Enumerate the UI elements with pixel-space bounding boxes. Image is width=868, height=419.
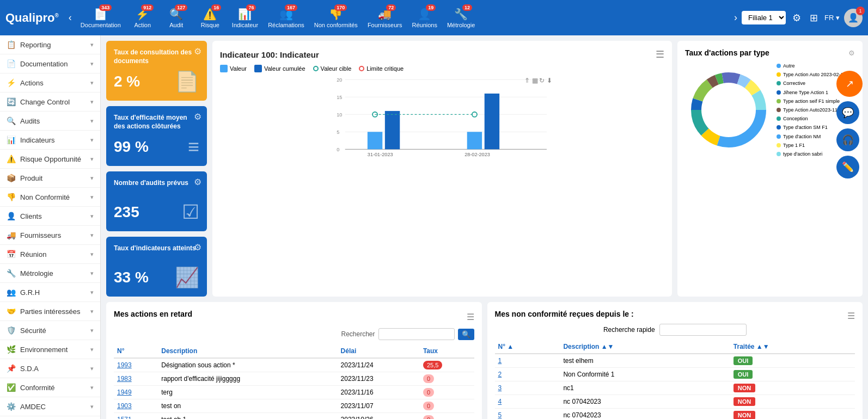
sidebar-icon: 🛡️ — [7, 326, 16, 335]
sidebar-item-documentation[interactable]: 📄 Documentation ▾ — [0, 54, 100, 73]
action-delai-cell-2: 2023/11/16 — [338, 386, 420, 399]
legend-cible-label: Valeur cible — [321, 65, 352, 72]
col-num: N° — [114, 344, 158, 358]
action-num-cell-1[interactable]: 1983 — [114, 372, 158, 386]
action-num-cell-4[interactable]: 1571 — [114, 413, 158, 420]
sidebar-item-change-control[interactable]: 🔄 Change Control ▾ — [0, 93, 100, 112]
nc-num-cell-0[interactable]: 1 — [495, 354, 560, 368]
sidebar-item-actions[interactable]: ⚡ Actions ▾ — [0, 73, 100, 93]
nc-num-cell-2[interactable]: 3 — [495, 381, 560, 395]
sidebar-icon: 🔍 — [7, 116, 16, 125]
sidebar-item-left: 📄 Documentation — [7, 59, 68, 68]
fab-edit-button[interactable]: ✏️ — [836, 156, 859, 178]
donut-legend-label-6: Conception — [783, 114, 808, 123]
traitee-badge-1: OUI — [733, 370, 753, 379]
sidebar-item-label: Conformité — [20, 384, 55, 392]
sidebar-item-label: Actions — [20, 79, 44, 87]
card-gear-icon-1[interactable]: ⚙ — [194, 112, 201, 122]
sidebar-item-label: S.D.A — [20, 365, 39, 373]
nav-item-non-conformités[interactable]: 👎 170 Non conformités — [310, 5, 362, 30]
sidebar-item-clients[interactable]: 👤 Clients ▾ — [0, 207, 100, 226]
sidebar-item-produit[interactable]: 📦 Produit ▾ — [0, 169, 100, 188]
nav-item-indicateur[interactable]: 📊 76 Indicateur — [228, 5, 262, 30]
language-selector[interactable]: FR ▾ — [824, 14, 840, 22]
user-avatar-badge[interactable]: 👤 1 — [844, 9, 863, 27]
chart-menu-icon[interactable]: ☰ — [656, 48, 664, 60]
sidebar-item-grh[interactable]: 👥 G.R.H ▾ — [0, 283, 100, 302]
nc-num-cell-1[interactable]: 2 — [495, 368, 560, 381]
donut-legend-label-10: type d'action sabri — [783, 150, 822, 158]
sidebar-item-non-conformité[interactable]: 👎 Non Conformité ▾ — [0, 188, 100, 207]
action-taux-cell-1: 0 — [420, 372, 474, 386]
card-gear-icon-0[interactable]: ⚙ — [194, 46, 201, 57]
sidebar-item-métrologie[interactable]: 🔧 Métrologie ▾ — [0, 264, 100, 283]
stat-card-3: ⚙ Taux d'indicateurs atteints 33 % 📈 — [106, 237, 207, 297]
sidebar-item-risque-opportunité[interactable]: ⚠️ Risque Opportunité ▾ — [0, 150, 100, 169]
taux-badge-4: 0 — [423, 415, 434, 419]
svg-text:▦: ▦ — [532, 77, 538, 84]
nav-icon-Réclamations: 👥 167 — [279, 8, 293, 21]
nav-next-arrow[interactable]: › — [732, 10, 739, 26]
nc-search-input[interactable] — [659, 324, 747, 336]
sidebar-item-réunion[interactable]: 📅 Réunion ▾ — [0, 245, 100, 264]
nav-item-risque[interactable]: ⚠️ 16 Risque — [194, 5, 227, 30]
actions-panel-menu-icon[interactable]: ☰ — [467, 312, 474, 322]
donut-chart-panel: Taux d'actions par type ⚙ — [677, 41, 863, 297]
fab-chat-button[interactable]: 💬 — [836, 101, 859, 124]
sidebar-item-arrow: ▾ — [90, 270, 94, 277]
sidebar-item-left: 📌 S.D.A — [7, 364, 39, 373]
sidebar-item-reporting[interactable]: 📋 Reporting ▾ — [0, 35, 100, 54]
filiale-selector[interactable]: Filiale 1 — [742, 11, 786, 24]
action-taux-cell-3: 0 — [420, 399, 474, 413]
nav-item-documentation[interactable]: 📄 343 Documentation — [76, 5, 125, 30]
nav-item-métrologie[interactable]: 🔧 12 Métrologie — [443, 5, 479, 30]
card-gear-icon-3[interactable]: ⚙ — [194, 242, 201, 252]
sidebar-item-amdec[interactable]: ⚙️ AMDEC ▾ — [0, 397, 100, 416]
sidebar-item-label: G.R.H — [20, 288, 40, 297]
action-table-row-2: 1949 terg 2023/11/16 0 — [114, 386, 474, 399]
sidebar-item-conformité[interactable]: ✅ Conformité ▾ — [0, 378, 100, 397]
donut-legend-circle-3 — [777, 90, 781, 95]
nav-badge-Fournisseurs: 72 — [386, 4, 396, 11]
nav-prev-arrow[interactable]: ‹ — [66, 10, 74, 26]
nav-item-réunions[interactable]: 👤 19 Réunions — [407, 5, 441, 30]
action-num-cell-2[interactable]: 1949 — [114, 386, 158, 399]
nav-icon-Fournisseurs: 🚚 72 — [378, 8, 392, 21]
svg-text:⇑: ⇑ — [524, 77, 530, 84]
donut-legend-label-3: Jihene Type Action 1 — [783, 88, 828, 97]
sidebar-item-environnement[interactable]: 🌿 Environnement ▾ — [0, 340, 100, 359]
sidebar-icon: 📅 — [7, 250, 16, 258]
sidebar-icon: 👤 — [7, 212, 16, 220]
nc-search-label: Recherche rapide — [603, 326, 655, 334]
nav-item-action[interactable]: ⚡ 912 Action — [126, 5, 159, 30]
sidebar-item-sécurité[interactable]: 🛡️ Sécurité ▾ — [0, 321, 100, 340]
sidebar-item-fournisseurs[interactable]: 🚚 Fournisseurs ▾ — [0, 226, 100, 245]
sidebar-item-indicateurs[interactable]: 📊 Indicateurs ▾ — [0, 131, 100, 150]
grid-icon[interactable]: ⊞ — [808, 10, 820, 26]
actions-search-button[interactable]: 🔍 — [458, 329, 474, 340]
nc-panel-menu-icon[interactable]: ☰ — [847, 311, 855, 321]
nc-num-cell-4[interactable]: 5 — [495, 409, 560, 420]
sidebar-item-label: Reporting — [20, 41, 51, 49]
donut-legend-circle-2 — [777, 81, 781, 85]
card-gear-icon-2[interactable]: ⚙ — [194, 177, 201, 187]
donut-gear-icon[interactable]: ⚙ — [848, 49, 855, 57]
sidebar-item-parties-intéressées[interactable]: 🤝 Parties intéressées ▾ — [0, 302, 100, 321]
nav-label-Métrologie: Métrologie — [447, 22, 475, 28]
svg-text:10: 10 — [337, 112, 342, 118]
nav-item-audit[interactable]: 🔍 127 Audit — [160, 5, 193, 30]
fab-buttons-column: ↗ 💬 🎧 ✏️ — [836, 71, 863, 178]
action-num-cell-3[interactable]: 1903 — [114, 399, 158, 413]
actions-search-input[interactable] — [378, 328, 455, 340]
nav-item-fournisseurs[interactable]: 🚚 72 Fournisseurs — [363, 5, 407, 30]
action-num-cell-0[interactable]: 1993 — [114, 358, 158, 372]
svg-text:0: 0 — [337, 147, 339, 152]
sidebar-item-audits[interactable]: 🔍 Audits ▾ — [0, 112, 100, 131]
nav-item-réclamations[interactable]: 👥 167 Réclamations — [264, 5, 309, 30]
sidebar-item-sda[interactable]: 📌 S.D.A ▾ — [0, 359, 100, 378]
nc-num-cell-3[interactable]: 4 — [495, 395, 560, 409]
fab-support-button[interactable]: 🎧 — [836, 128, 859, 151]
settings-icon[interactable]: ⚙ — [790, 10, 803, 26]
fab-orange-button[interactable]: ↗ — [836, 71, 863, 97]
donut-legend-label-9: Type 1 F1 — [783, 141, 805, 150]
